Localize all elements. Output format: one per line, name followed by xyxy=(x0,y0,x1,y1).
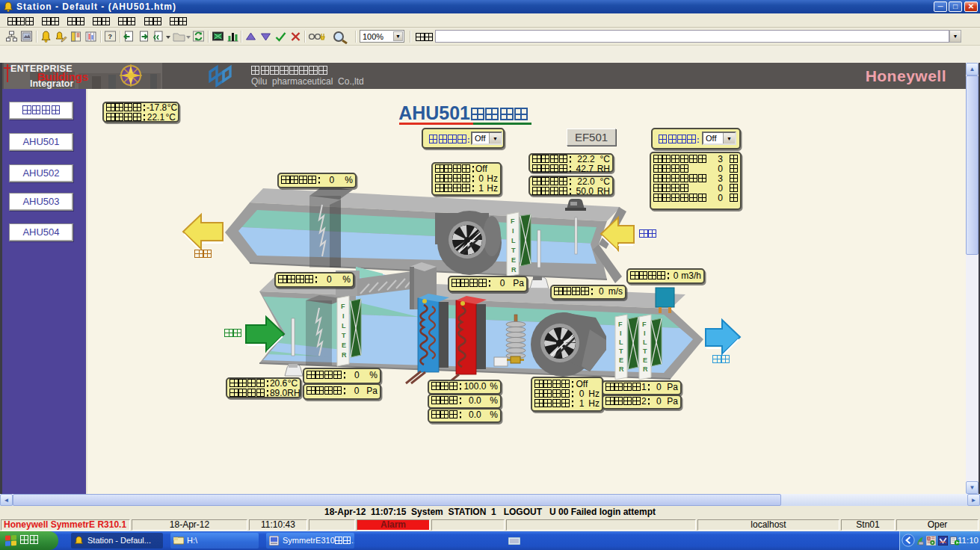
svg-text:L: L xyxy=(643,339,647,346)
svg-text:R: R xyxy=(643,365,648,373)
svg-text:E: E xyxy=(511,256,516,264)
svg-text:E: E xyxy=(342,342,346,349)
svg-text:R: R xyxy=(619,365,624,373)
svg-text:T: T xyxy=(342,332,346,339)
svg-text:F: F xyxy=(511,217,515,225)
svg-text:F: F xyxy=(341,303,345,310)
svg-text:L: L xyxy=(342,322,346,330)
svg-text:I: I xyxy=(342,312,345,320)
svg-text:L: L xyxy=(619,339,623,346)
svg-text:I: I xyxy=(512,227,514,235)
svg-text:T: T xyxy=(643,347,647,355)
svg-text:T: T xyxy=(619,347,623,355)
svg-text:I: I xyxy=(620,330,622,337)
svg-text:R: R xyxy=(342,351,347,359)
svg-text:F: F xyxy=(642,321,647,328)
svg-text:T: T xyxy=(511,247,516,254)
svg-text:E: E xyxy=(619,356,623,364)
svg-text:L: L xyxy=(511,237,516,244)
svg-text:F: F xyxy=(618,321,623,328)
svg-text:E: E xyxy=(643,356,647,364)
svg-text:I: I xyxy=(644,330,646,337)
svg-text:R: R xyxy=(511,266,517,274)
